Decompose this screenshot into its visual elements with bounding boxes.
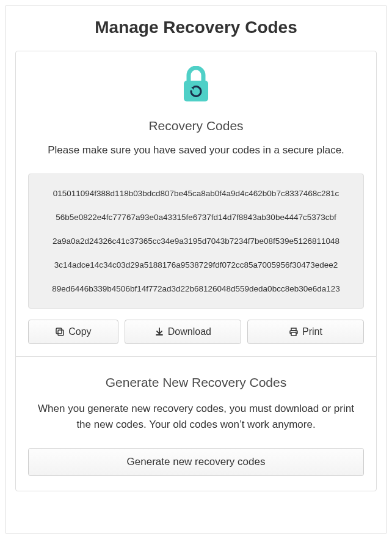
copy-label: Copy — [68, 326, 91, 337]
codes-box: 015011094f388d118b03bdcd807be45ca8ab0f4a… — [28, 174, 364, 309]
recovery-codes-heading: Recovery Codes — [28, 119, 364, 133]
copy-icon — [55, 327, 65, 337]
generate-new-codes-button[interactable]: Generate new recovery codes — [28, 448, 364, 476]
page-title: Manage Recovery Codes — [5, 6, 387, 51]
generate-section: Generate New Recovery Codes When you gen… — [16, 357, 376, 491]
print-button[interactable]: Print — [247, 320, 364, 344]
print-label: Print — [302, 326, 322, 337]
recovery-code: 89ed6446b339b4506bf14f772ad3d22b68126048… — [37, 284, 355, 293]
page-card: Manage Recovery Codes Recovery Codes Ple… — [5, 5, 387, 534]
lock-icon-wrap — [28, 66, 364, 106]
lock-refresh-icon — [180, 66, 212, 104]
recovery-codes-section: Recovery Codes Please make sure you have… — [16, 51, 376, 357]
action-button-row: Copy Download Print — [28, 320, 364, 344]
generate-note: When you generate new recovery codes, yo… — [28, 401, 364, 432]
download-label: Download — [168, 326, 211, 337]
download-icon — [154, 327, 164, 337]
recovery-code: 015011094f388d118b03bdcd807be45ca8ab0f4a… — [37, 189, 355, 198]
recovery-code: 2a9a0a2d24326c41c37365cc34e9a3195d7043b7… — [37, 237, 355, 246]
generate-heading: Generate New Recovery Codes — [28, 375, 364, 390]
recovery-code: 3c14adce14c34c03d29a5188176a9538729fdf07… — [37, 260, 355, 270]
recovery-instructions: Please make sure you have saved your cod… — [28, 144, 364, 156]
content-card: Recovery Codes Please make sure you have… — [15, 51, 377, 491]
svg-rect-2 — [56, 328, 62, 334]
svg-point-6 — [296, 331, 296, 332]
svg-rect-0 — [184, 81, 208, 101]
svg-rect-5 — [291, 332, 296, 336]
recovery-code: 56b5e0822e4fc77767a93e0a43315fe6737fd14d… — [37, 213, 355, 222]
copy-button[interactable]: Copy — [28, 320, 118, 344]
download-button[interactable]: Download — [125, 320, 241, 344]
print-icon — [289, 327, 299, 337]
svg-rect-1 — [58, 330, 64, 336]
